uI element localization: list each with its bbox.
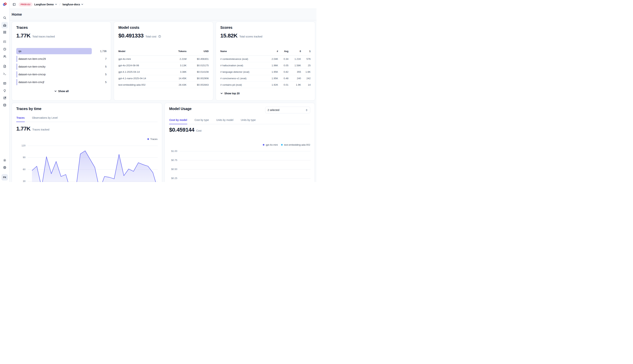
app-root: FK PROD-EU Langfuse Demo / langfuse-docs…	[0, 0, 317, 182]
model-select[interactable]: 2 selected	[265, 107, 310, 113]
org-switcher[interactable]: Langfuse Demo	[34, 3, 57, 6]
cell: # contains-pii (eval)	[220, 84, 267, 86]
file-code-icon	[3, 64, 7, 68]
legend-label: text-embedding-ada-002	[284, 144, 310, 146]
cell: 0.34	[278, 58, 288, 60]
cell: gpt-4o-2024-08-06	[118, 64, 166, 67]
cell: # language-detector (eval)	[220, 70, 267, 73]
sidebar-item-tracing[interactable]	[2, 38, 8, 45]
trace-bar	[16, 79, 17, 85]
trace-bar-value: 1,736	[100, 48, 107, 54]
info-icon[interactable]	[158, 35, 161, 38]
model-costs-header: ModelTokensUSD	[118, 50, 209, 56]
legend-dot	[147, 138, 149, 140]
score-row: # contextrelevance (eval)2.04K0.341.21K5…	[220, 56, 311, 62]
sidebar-item-search[interactable]	[2, 14, 8, 21]
trace-bar	[16, 71, 17, 78]
model-usage-tab-cost-by-model[interactable]: Cost by model	[169, 118, 187, 124]
model-usage-tab-units-by-model[interactable]: Units by model	[216, 118, 234, 124]
content: Traces 1.77K Total traces tracked qa1,73…	[10, 20, 317, 182]
database-icon	[3, 103, 7, 107]
cell: 0.01	[278, 84, 288, 86]
sidebar-toggle-button[interactable]	[12, 2, 17, 7]
trace-bar-track	[16, 48, 92, 54]
clock-icon	[3, 48, 7, 51]
col-header: Tokens	[166, 50, 187, 52]
cell: 2.04K	[267, 58, 278, 60]
sidebar-item-settings[interactable]	[2, 157, 8, 164]
cell: gpt-4o-mini	[118, 58, 166, 60]
model-usage-tabs: Cost by modelCost by typeUnits by modelU…	[169, 118, 310, 124]
cell: 0.82	[278, 70, 288, 73]
traces-total: 1.77K	[16, 32, 31, 39]
home-icon	[3, 24, 7, 27]
model-cost-row: gpt-4.1-nano-2025-04-1414.45K$0.002906	[118, 75, 209, 82]
traces-by-time-tab-traces[interactable]: Traces	[16, 116, 25, 122]
model-cost-row: gpt-4o-2024-08-063.13K$0.015175	[118, 62, 209, 69]
gridline	[180, 169, 311, 170]
show-top-20-button[interactable]: Show top 20	[220, 92, 240, 95]
total-cost-label: Total cost	[145, 35, 156, 38]
sidebar-item-datasets[interactable]	[2, 102, 8, 108]
score-row: # hallucination (eval)1.96K0.051.58K25	[220, 62, 311, 69]
traces-area-fill	[32, 151, 158, 182]
usage-cost-value: $0.459144	[169, 126, 194, 133]
traces-total-label: Total traces tracked	[32, 35, 55, 38]
traces-area-chart	[32, 146, 158, 182]
sidebar-item-prompts[interactable]	[2, 63, 8, 70]
search-icon	[3, 16, 7, 20]
show-all-button[interactable]: Show all	[54, 90, 69, 93]
traces-by-time-tab-observations-by-level[interactable]: Observations by Level	[32, 116, 58, 122]
cell: 1.21K	[288, 58, 301, 60]
model-usage-tab-cost-by-type[interactable]: Cost by type	[194, 118, 209, 124]
chevrons-up-down-icon	[305, 109, 308, 111]
y-tick-label: 30	[17, 180, 26, 182]
model-usage-tab-units-by-type[interactable]: Units by type	[241, 118, 256, 124]
scores-table: Name#Avg01 # contextrelevance (eval)2.04…	[220, 50, 311, 88]
trace-bar	[16, 56, 17, 62]
cell: 1.92K	[267, 84, 278, 86]
sidebar-item-home[interactable]	[2, 22, 8, 28]
y-tick-label: 60	[17, 168, 26, 171]
user-avatar[interactable]: FK	[2, 174, 8, 180]
cell: $0.015175	[187, 64, 209, 67]
environment-badge: PROD-EU	[19, 2, 33, 6]
sidebar-item-dashboards[interactable]	[2, 29, 8, 36]
sidebar-item-playground[interactable]	[2, 70, 8, 77]
cell: $0.014108	[187, 70, 209, 73]
cell: 1.95K	[267, 70, 278, 73]
project-switcher[interactable]: langfuse-docs	[63, 3, 84, 6]
langfuse-logo-icon	[3, 2, 7, 6]
sidebar-item-evaluation[interactable]	[2, 80, 8, 86]
gridline	[180, 160, 311, 160]
col-header: Model	[118, 50, 166, 52]
sidebar-item-llm-judge[interactable]	[2, 88, 8, 94]
cell: $0.456301	[187, 58, 209, 60]
traces-tracked-label: Traces tracked	[32, 128, 49, 131]
sidebar-item-support[interactable]	[2, 164, 8, 171]
cell: 242	[301, 77, 311, 80]
cell: # conciseness-v1 (eval)	[220, 77, 267, 80]
y-tick-label: $1.00	[167, 150, 177, 152]
model-cost-row: gpt-4.1-2025-04-143.38K$0.014108	[118, 69, 209, 75]
scores-total-label: Total scores tracked	[239, 35, 262, 38]
model-costs-table: ModelTokensUSD gpt-4o-mini2.21M$0.456301…	[118, 50, 209, 88]
sidebar-item-sessions[interactable]	[2, 46, 8, 52]
sidebar-item-users[interactable]	[2, 53, 8, 60]
cell: 28.43K	[166, 84, 187, 86]
trace-bar-label: dataset-run-item-cmc29	[19, 56, 46, 62]
percent-badge-icon	[3, 82, 7, 85]
score-row: # contains-pii (eval)1.92K0.011.9K14	[220, 82, 311, 88]
cell: 25	[301, 64, 311, 67]
cell: text-embedding-ada-002	[118, 84, 166, 86]
scores-metric: 15.82K Total scores tracked	[220, 32, 262, 39]
trace-bar	[16, 64, 17, 70]
col-header: Name	[220, 50, 267, 52]
trace-bar-label: dataset-run-item-cmcky	[19, 64, 46, 70]
model-costs-rows: gpt-4o-mini2.21M$0.456301gpt-4o-2024-08-…	[118, 56, 209, 88]
sidebar-item-annotation[interactable]	[2, 95, 8, 101]
cell: 3.38K	[166, 70, 187, 73]
cell: 2.21M	[166, 58, 187, 60]
cell: gpt-4.1-nano-2025-04-14	[118, 77, 166, 80]
trace-bar-row: dataset-run-item-cmcky5	[16, 64, 107, 70]
